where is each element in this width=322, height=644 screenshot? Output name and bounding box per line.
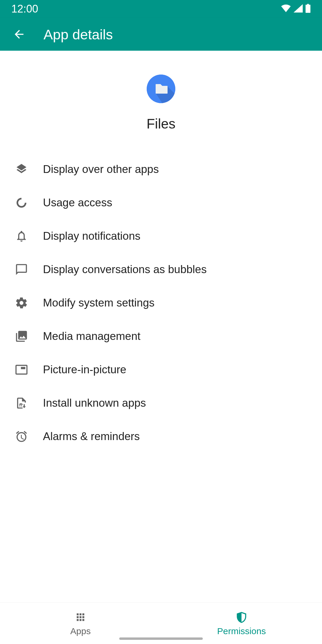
perm-modify-system-settings[interactable]: Modify system settings [0,286,322,320]
arrow-back-icon [13,28,26,41]
app-header: Files [0,51,322,147]
status-icons [281,4,311,14]
shield-icon [235,611,248,624]
folder-icon [147,75,175,103]
install-icon [15,397,28,410]
chat-icon [15,263,28,276]
svg-point-1 [19,405,21,406]
nav-label: Apps [70,626,91,636]
perm-display-bubbles[interactable]: Display conversations as bubbles [0,253,322,286]
perm-label: Modify system settings [43,297,154,309]
perm-label: Picture-in-picture [43,363,126,376]
media-icon [15,330,28,343]
perm-picture-in-picture[interactable]: Picture-in-picture [0,353,322,386]
perm-display-over-apps[interactable]: Display over other apps [0,153,322,186]
perm-usage-access[interactable]: Usage access [0,186,322,219]
perm-media-management[interactable]: Media management [0,320,322,353]
perm-label: Display notifications [43,230,140,242]
usage-icon [15,196,28,209]
gear-icon [15,296,28,309]
perm-label: Usage access [43,196,112,209]
gesture-handle[interactable] [119,637,203,640]
status-bar: 12:00 [0,0,322,18]
perm-install-unknown-apps[interactable]: Install unknown apps [0,386,322,420]
bell-icon [15,230,28,243]
perm-label: Display conversations as bubbles [43,263,207,276]
pip-icon [15,363,28,376]
perm-display-notifications[interactable]: Display notifications [0,219,322,253]
svg-point-2 [21,405,22,406]
apps-grid-icon [74,611,87,624]
nav-label: Permissions [217,626,266,636]
alarm-icon [15,430,28,443]
perm-label: Alarms & reminders [43,430,140,443]
app-icon [147,75,175,103]
wifi-icon [281,4,291,14]
app-name: Files [146,116,175,132]
main-content: Files Display over other apps Usage acce… [0,51,322,602]
perm-label: Install unknown apps [43,397,146,409]
perm-label: Display over other apps [43,163,159,176]
battery-icon [305,4,311,14]
cellular-icon [293,4,303,14]
layers-icon [15,163,28,176]
page-title: App details [44,26,113,43]
permission-list: Display over other apps Usage access Dis… [0,147,322,453]
perm-alarms-reminders[interactable]: Alarms & reminders [0,420,322,453]
status-time: 12:00 [11,3,38,15]
perm-label: Media management [43,330,140,343]
app-bar: App details [0,18,322,51]
back-button[interactable] [7,22,32,47]
